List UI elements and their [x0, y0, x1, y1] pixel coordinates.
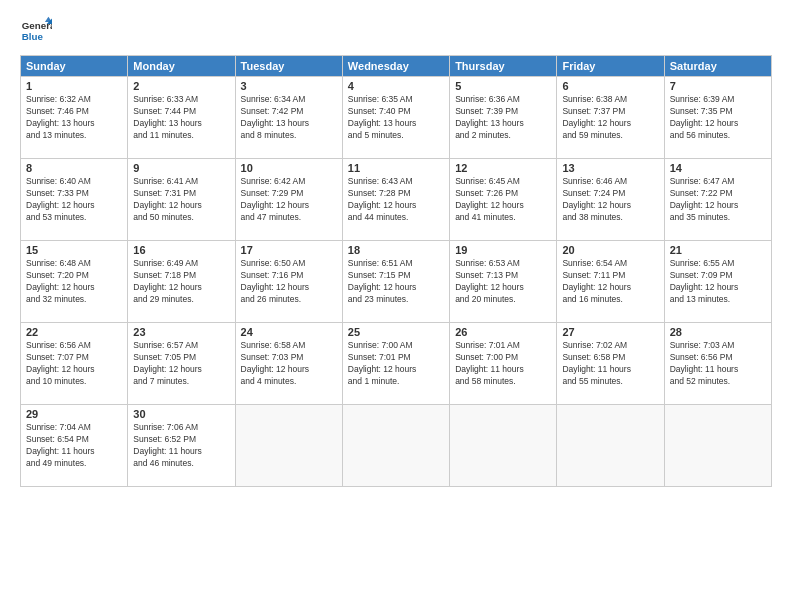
day-cell: 18Sunrise: 6:51 AM Sunset: 7:15 PM Dayli…: [342, 241, 449, 323]
day-info: Sunrise: 6:33 AM Sunset: 7:44 PM Dayligh…: [133, 94, 229, 142]
day-info: Sunrise: 7:00 AM Sunset: 7:01 PM Dayligh…: [348, 340, 444, 388]
day-number: 2: [133, 80, 229, 92]
day-info: Sunrise: 6:32 AM Sunset: 7:46 PM Dayligh…: [26, 94, 122, 142]
week-row-5: 29Sunrise: 7:04 AM Sunset: 6:54 PM Dayli…: [21, 405, 772, 487]
weekday-saturday: Saturday: [664, 56, 771, 77]
day-info: Sunrise: 6:48 AM Sunset: 7:20 PM Dayligh…: [26, 258, 122, 306]
weekday-wednesday: Wednesday: [342, 56, 449, 77]
day-cell: 12Sunrise: 6:45 AM Sunset: 7:26 PM Dayli…: [450, 159, 557, 241]
day-cell: 30Sunrise: 7:06 AM Sunset: 6:52 PM Dayli…: [128, 405, 235, 487]
weekday-monday: Monday: [128, 56, 235, 77]
calendar-table: SundayMondayTuesdayWednesdayThursdayFrid…: [20, 55, 772, 487]
weekday-tuesday: Tuesday: [235, 56, 342, 77]
day-cell: 4Sunrise: 6:35 AM Sunset: 7:40 PM Daylig…: [342, 77, 449, 159]
day-info: Sunrise: 6:58 AM Sunset: 7:03 PM Dayligh…: [241, 340, 337, 388]
day-info: Sunrise: 6:36 AM Sunset: 7:39 PM Dayligh…: [455, 94, 551, 142]
logo-icon: General Blue: [20, 15, 52, 47]
weekday-header-row: SundayMondayTuesdayWednesdayThursdayFrid…: [21, 56, 772, 77]
day-info: Sunrise: 7:03 AM Sunset: 6:56 PM Dayligh…: [670, 340, 766, 388]
week-row-1: 1Sunrise: 6:32 AM Sunset: 7:46 PM Daylig…: [21, 77, 772, 159]
day-info: Sunrise: 7:02 AM Sunset: 6:58 PM Dayligh…: [562, 340, 658, 388]
day-number: 6: [562, 80, 658, 92]
day-info: Sunrise: 7:01 AM Sunset: 7:00 PM Dayligh…: [455, 340, 551, 388]
day-number: 18: [348, 244, 444, 256]
day-number: 30: [133, 408, 229, 420]
day-number: 23: [133, 326, 229, 338]
day-number: 20: [562, 244, 658, 256]
day-info: Sunrise: 6:41 AM Sunset: 7:31 PM Dayligh…: [133, 176, 229, 224]
day-number: 12: [455, 162, 551, 174]
day-cell: 14Sunrise: 6:47 AM Sunset: 7:22 PM Dayli…: [664, 159, 771, 241]
day-number: 8: [26, 162, 122, 174]
day-cell: 24Sunrise: 6:58 AM Sunset: 7:03 PM Dayli…: [235, 323, 342, 405]
day-info: Sunrise: 6:38 AM Sunset: 7:37 PM Dayligh…: [562, 94, 658, 142]
day-info: Sunrise: 6:51 AM Sunset: 7:15 PM Dayligh…: [348, 258, 444, 306]
day-cell: 29Sunrise: 7:04 AM Sunset: 6:54 PM Dayli…: [21, 405, 128, 487]
day-number: 27: [562, 326, 658, 338]
day-number: 13: [562, 162, 658, 174]
day-cell: [235, 405, 342, 487]
day-cell: 26Sunrise: 7:01 AM Sunset: 7:00 PM Dayli…: [450, 323, 557, 405]
day-cell: 8Sunrise: 6:40 AM Sunset: 7:33 PM Daylig…: [21, 159, 128, 241]
day-info: Sunrise: 6:55 AM Sunset: 7:09 PM Dayligh…: [670, 258, 766, 306]
day-cell: 17Sunrise: 6:50 AM Sunset: 7:16 PM Dayli…: [235, 241, 342, 323]
day-cell: 16Sunrise: 6:49 AM Sunset: 7:18 PM Dayli…: [128, 241, 235, 323]
day-cell: 13Sunrise: 6:46 AM Sunset: 7:24 PM Dayli…: [557, 159, 664, 241]
day-info: Sunrise: 6:40 AM Sunset: 7:33 PM Dayligh…: [26, 176, 122, 224]
day-number: 11: [348, 162, 444, 174]
weekday-thursday: Thursday: [450, 56, 557, 77]
calendar-body: 1Sunrise: 6:32 AM Sunset: 7:46 PM Daylig…: [21, 77, 772, 487]
logo: General Blue: [20, 15, 52, 47]
day-number: 4: [348, 80, 444, 92]
day-info: Sunrise: 6:50 AM Sunset: 7:16 PM Dayligh…: [241, 258, 337, 306]
day-number: 5: [455, 80, 551, 92]
day-cell: 22Sunrise: 6:56 AM Sunset: 7:07 PM Dayli…: [21, 323, 128, 405]
day-number: 25: [348, 326, 444, 338]
week-row-3: 15Sunrise: 6:48 AM Sunset: 7:20 PM Dayli…: [21, 241, 772, 323]
day-info: Sunrise: 6:34 AM Sunset: 7:42 PM Dayligh…: [241, 94, 337, 142]
day-cell: 28Sunrise: 7:03 AM Sunset: 6:56 PM Dayli…: [664, 323, 771, 405]
day-number: 15: [26, 244, 122, 256]
day-number: 7: [670, 80, 766, 92]
day-number: 21: [670, 244, 766, 256]
day-info: Sunrise: 6:43 AM Sunset: 7:28 PM Dayligh…: [348, 176, 444, 224]
day-cell: 23Sunrise: 6:57 AM Sunset: 7:05 PM Dayli…: [128, 323, 235, 405]
day-cell: 1Sunrise: 6:32 AM Sunset: 7:46 PM Daylig…: [21, 77, 128, 159]
day-cell: 10Sunrise: 6:42 AM Sunset: 7:29 PM Dayli…: [235, 159, 342, 241]
weekday-friday: Friday: [557, 56, 664, 77]
day-cell: 5Sunrise: 6:36 AM Sunset: 7:39 PM Daylig…: [450, 77, 557, 159]
header: General Blue: [20, 15, 772, 47]
day-number: 17: [241, 244, 337, 256]
day-info: Sunrise: 6:46 AM Sunset: 7:24 PM Dayligh…: [562, 176, 658, 224]
day-cell: [450, 405, 557, 487]
day-number: 29: [26, 408, 122, 420]
day-cell: 20Sunrise: 6:54 AM Sunset: 7:11 PM Dayli…: [557, 241, 664, 323]
day-info: Sunrise: 6:57 AM Sunset: 7:05 PM Dayligh…: [133, 340, 229, 388]
day-number: 9: [133, 162, 229, 174]
day-cell: 7Sunrise: 6:39 AM Sunset: 7:35 PM Daylig…: [664, 77, 771, 159]
day-number: 22: [26, 326, 122, 338]
day-info: Sunrise: 7:06 AM Sunset: 6:52 PM Dayligh…: [133, 422, 229, 470]
day-cell: 21Sunrise: 6:55 AM Sunset: 7:09 PM Dayli…: [664, 241, 771, 323]
day-number: 28: [670, 326, 766, 338]
day-cell: [664, 405, 771, 487]
day-number: 14: [670, 162, 766, 174]
week-row-4: 22Sunrise: 6:56 AM Sunset: 7:07 PM Dayli…: [21, 323, 772, 405]
day-number: 1: [26, 80, 122, 92]
day-info: Sunrise: 6:42 AM Sunset: 7:29 PM Dayligh…: [241, 176, 337, 224]
day-number: 10: [241, 162, 337, 174]
day-cell: 2Sunrise: 6:33 AM Sunset: 7:44 PM Daylig…: [128, 77, 235, 159]
day-cell: 15Sunrise: 6:48 AM Sunset: 7:20 PM Dayli…: [21, 241, 128, 323]
day-info: Sunrise: 6:53 AM Sunset: 7:13 PM Dayligh…: [455, 258, 551, 306]
day-cell: 11Sunrise: 6:43 AM Sunset: 7:28 PM Dayli…: [342, 159, 449, 241]
day-number: 3: [241, 80, 337, 92]
day-number: 19: [455, 244, 551, 256]
week-row-2: 8Sunrise: 6:40 AM Sunset: 7:33 PM Daylig…: [21, 159, 772, 241]
day-cell: [557, 405, 664, 487]
day-number: 26: [455, 326, 551, 338]
day-info: Sunrise: 6:39 AM Sunset: 7:35 PM Dayligh…: [670, 94, 766, 142]
day-info: Sunrise: 6:35 AM Sunset: 7:40 PM Dayligh…: [348, 94, 444, 142]
day-cell: 25Sunrise: 7:00 AM Sunset: 7:01 PM Dayli…: [342, 323, 449, 405]
day-cell: 3Sunrise: 6:34 AM Sunset: 7:42 PM Daylig…: [235, 77, 342, 159]
weekday-sunday: Sunday: [21, 56, 128, 77]
